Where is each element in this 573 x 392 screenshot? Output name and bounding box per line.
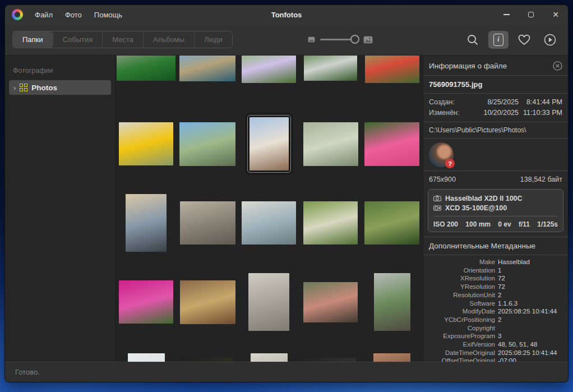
small-image-icon [308, 36, 315, 43]
metadata-row-make: MakeHasselblad [423, 258, 563, 266]
large-image-icon [363, 36, 373, 44]
metadata-value: 1 [498, 266, 501, 275]
metadata-key: Software [423, 299, 495, 308]
view-tabs: ПапкиСобытияМестаАльбомыЛюди [12, 31, 233, 48]
info-icon: i [493, 34, 503, 46]
title-bar: ФайлФотоПомощь Tonfotos ✕ [5, 5, 568, 24]
metadata-row-exposureprogram: ExposureProgram3 [423, 332, 563, 340]
metadata-row-modifydate: ModifyDate2025:08:25 10:41:44 [423, 307, 563, 316]
photo-pelican-on-water[interactable] [303, 122, 358, 166]
photo-street-market[interactable] [374, 273, 410, 331]
sidebar: Фотографии › Photos [5, 56, 115, 362]
photo-dark-strip-partial[interactable] [182, 357, 233, 362]
metadata-key: ModifyDate [423, 307, 495, 316]
info-panel-title: Информация о файле [429, 62, 507, 70]
metadata-key: YResolution [423, 283, 495, 291]
tab-альбомы[interactable]: Альбомы [144, 31, 195, 48]
spec-1: 100 mm [465, 220, 491, 228]
metadata-key: ResolutionUnit [423, 291, 495, 299]
slideshow-button[interactable] [540, 31, 560, 49]
unknown-person-badge[interactable]: ? [445, 159, 455, 168]
metadata-key: DateTimeOriginal [423, 349, 495, 357]
metadata-value: 2025:08:25 10:41:44 [498, 307, 557, 316]
menu-1[interactable]: Фото [60, 8, 87, 21]
menu-2[interactable]: Помощь [89, 8, 127, 21]
exposure-specs: ISO 200100 mm0 evf/111/125s [433, 216, 558, 228]
photo-dark-strip-partial-2[interactable] [306, 358, 356, 362]
zoom-slider[interactable] [320, 39, 358, 40]
metadata-row-ycbcrpositioning: YCbCrPositioning2 [423, 316, 563, 324]
photo-mountain-lake-reflection[interactable] [179, 56, 235, 81]
photo-canal-park[interactable] [179, 122, 235, 166]
maximize-button[interactable] [519, 5, 543, 24]
metadata-row-copyright: Copyright [423, 324, 563, 333]
created-date: 8/25/2025 [477, 98, 519, 106]
photo-woman-capitol[interactable] [249, 117, 289, 170]
photo-man-in-cafe[interactable] [303, 282, 358, 322]
file-dates: Создан: 8/25/2025 8:41:44 PM Изменён: 10… [423, 94, 568, 122]
photo-white-sky-partial[interactable] [128, 353, 165, 362]
photo-cyclist-red-selfie[interactable] [365, 56, 419, 83]
play-icon [543, 33, 557, 47]
spec-0: ISO 200 [433, 220, 458, 228]
metadata-value: 72 [498, 283, 505, 291]
photo-dandelion-meadow[interactable] [303, 201, 358, 245]
toolbar: ПапкиСобытияМестаАльбомыЛюди i [5, 24, 568, 56]
close-icon: ✕ [552, 11, 559, 19]
metadata-value: 1.1.6.3 [498, 299, 517, 308]
photo-stone-partial[interactable] [251, 353, 288, 362]
photo-rock-pile[interactable] [180, 201, 235, 245]
detected-faces: ? [423, 139, 568, 171]
photo-hay-bales-storefront[interactable] [180, 280, 235, 324]
main-content: Фотографии › Photos Информация о файле 7… [5, 56, 568, 362]
tab-люди[interactable]: Люди [195, 31, 232, 48]
window-controls: ✕ [494, 5, 568, 24]
photo-forest-trail[interactable] [304, 56, 357, 81]
sidebar-item-photos[interactable]: › Photos [9, 80, 111, 95]
favorites-button[interactable] [514, 31, 534, 49]
file-path[interactable]: C:\Users\Public\Pictures\Photos\ [423, 122, 568, 139]
photo-purple-flower-vine[interactable] [242, 56, 296, 83]
metadata-value: 2025:08:25 10:41:44 [498, 349, 557, 357]
app-window: ФайлФотоПомощь Tonfotos ✕ ПапкиСобытияМе… [4, 4, 569, 382]
photo-sunset-lake-pot[interactable] [126, 194, 167, 252]
file-info-button[interactable]: i [488, 31, 509, 49]
metadata-row-exifversion: ExifVersion48, 50, 51, 48 [423, 340, 563, 349]
photo-lantern-stone-wall[interactable] [248, 273, 289, 331]
file-size: 138,542 байт [520, 176, 562, 183]
photo-yellow-sunflower[interactable] [119, 122, 173, 165]
photo-face-closeup-partial[interactable] [373, 353, 410, 362]
tab-события[interactable]: События [53, 31, 103, 48]
photo-dew-grass-closeup[interactable] [364, 201, 419, 245]
metadata-row-orientation: Orientation1 [423, 266, 563, 275]
panel-close-button[interactable] [553, 61, 562, 71]
metadata-row-offsettimeoriginal: OffsetTimeOriginal-07:00 [423, 357, 563, 362]
sidebar-section-label: Фотографии [5, 67, 115, 75]
close-button[interactable]: ✕ [543, 5, 568, 24]
metadata-key: Make [423, 258, 495, 266]
metadata-value: 72 [498, 274, 505, 283]
spec-2: 0 ev [498, 220, 511, 228]
tab-папки[interactable]: Папки [13, 31, 53, 48]
metadata-section-title: Дополнительные Метаданные [423, 237, 568, 255]
chevron-right-icon[interactable]: › [13, 84, 16, 92]
metadata-value: 2 [498, 291, 501, 299]
search-button[interactable] [463, 31, 483, 49]
face-avatar[interactable]: ? [429, 142, 454, 167]
metadata-value: 48, 50, 51, 48 [498, 340, 537, 349]
folder-grid-icon [20, 84, 27, 91]
photo-pier-couple[interactable] [242, 201, 296, 245]
zoom-slider-knob[interactable] [350, 35, 359, 44]
photo-pink-geraniums[interactable] [364, 122, 419, 166]
minimize-button[interactable] [494, 5, 519, 24]
menu-0[interactable]: Файл [30, 8, 58, 21]
photo-soccer-stadium-crowd[interactable] [117, 56, 175, 81]
spec-3: f/11 [519, 220, 530, 228]
lens-icon [433, 205, 441, 211]
created-time: 8:41:44 PM [519, 98, 562, 106]
photo-magenta-rhododendron[interactable] [119, 280, 173, 324]
metadata-value: 2 [498, 316, 501, 324]
tab-места[interactable]: Места [103, 31, 144, 48]
spec-4: 1/125s [537, 220, 558, 228]
photo-grid [115, 56, 423, 362]
